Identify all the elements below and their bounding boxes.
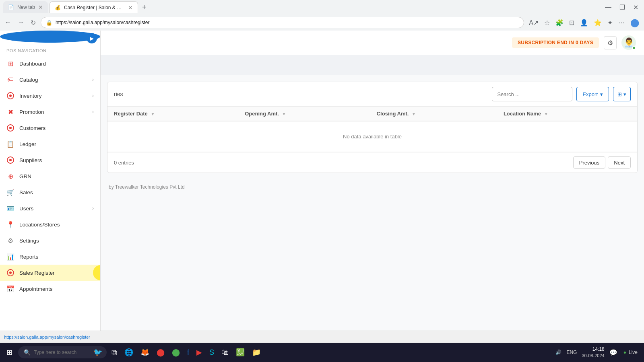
sidebar-item-label: Dashboard	[19, 61, 94, 67]
entries-info: 0 entries	[114, 160, 134, 166]
no-data-row: No data available in table	[107, 121, 637, 152]
page-subtitle: ries	[114, 91, 123, 97]
sidebar-item-suppliers[interactable]: Suppliers	[0, 152, 100, 168]
highlight-bubble	[93, 265, 101, 280]
col-location-name[interactable]: Location Name ▼	[497, 107, 637, 121]
export-button[interactable]: Export ▾	[576, 87, 609, 101]
view-grid-icon: ⊞	[617, 91, 622, 97]
address-lock-icon: 🔒	[46, 20, 52, 26]
col-opening-amt[interactable]: Opening Amt. ▼	[238, 107, 370, 121]
app-container: ▶ POS NAVIGATION ⊞ Dashboard 🏷 Catalog ›…	[0, 31, 644, 343]
chevron-right-icon: ›	[92, 93, 94, 99]
sidebar-item-reports[interactable]: 📊 Reports	[0, 249, 100, 265]
col-label: Location Name	[504, 111, 541, 117]
col-label: Register Date	[114, 111, 148, 117]
sidebar: ▶ POS NAVIGATION ⊞ Dashboard 🏷 Catalog ›…	[0, 31, 101, 343]
avatar: 👨‍💼	[621, 35, 636, 50]
view-toggle-button[interactable]: ⊞ ▾	[613, 87, 631, 101]
tab-newtab[interactable]: 📄 New tab ✕	[3, 1, 48, 13]
sidebar-item-label: Locations/Stores	[19, 222, 94, 228]
sidebar-item-sales[interactable]: 🛒 Sales	[0, 184, 100, 200]
customers-icon	[6, 124, 14, 132]
tab-cashregister[interactable]: 💰 Cash Register | Salon & Spa Man... ✕	[50, 1, 138, 13]
sort-icon: ▼	[412, 112, 416, 116]
next-button[interactable]: Next	[608, 156, 631, 169]
sidebar-item-customers[interactable]: Customers	[0, 120, 100, 136]
sidebar-item-users[interactable]: 🪪 Users ›	[0, 200, 100, 216]
svg-point-7	[9, 272, 12, 274]
appointments-icon: 📅	[6, 285, 14, 293]
back-button[interactable]: ←	[3, 17, 13, 28]
col-label: Opening Amt.	[245, 111, 279, 117]
users-icon: 🪪	[6, 204, 14, 212]
dashboard-icon: ⊞	[6, 60, 14, 68]
table-footer: 0 entries Previous Next	[107, 152, 637, 173]
no-data-message: No data available in table	[107, 121, 637, 152]
sidebar-item-sales-register[interactable]: Sales Register	[0, 265, 100, 281]
tab-close-cashregister[interactable]: ✕	[128, 4, 133, 11]
subscription-badge: SUBSCRIPTION END IN 0 DAYS	[512, 37, 599, 48]
sales-icon: 🛒	[6, 188, 14, 196]
table-body: No data available in table	[107, 121, 637, 152]
browser-toolbar: ← → ↻ 🔒 https://salon.galla.app/mysalon/…	[0, 14, 644, 31]
more-icon[interactable]: ⋯	[617, 17, 626, 28]
chevron-right-icon: ›	[92, 109, 94, 115]
sidebar-item-settings[interactable]: ⚙ Settings	[0, 232, 100, 249]
minimize-button[interactable]: —	[603, 3, 614, 12]
svg-point-3	[9, 127, 12, 129]
address-bar[interactable]: 🔒 https://salon.galla.app/mysalon/cashre…	[41, 17, 524, 28]
col-register-date[interactable]: Register Date ▼	[107, 107, 238, 121]
suppliers-icon	[6, 156, 14, 164]
data-table: Register Date ▼ Opening Amt. ▼ Closing A…	[107, 107, 637, 152]
copilot-icon[interactable]: ✦	[606, 17, 614, 28]
search-input[interactable]	[492, 87, 572, 101]
refresh-button[interactable]: ↻	[29, 17, 37, 28]
browser-tabs: 📄 New tab ✕ 💰 Cash Register | Salon & Sp…	[3, 1, 599, 13]
export-label: Export	[582, 91, 598, 97]
status-url: https://salon.galla.app/mysalon/cashregi…	[4, 335, 90, 339]
new-tab-button[interactable]: +	[140, 2, 149, 12]
locations-icon: 📍	[6, 220, 14, 228]
main-content: SUBSCRIPTION END IN 0 DAYS ⚙ 👨‍💼 ries Ex…	[101, 31, 644, 343]
profile-icon[interactable]: 👤	[578, 17, 590, 28]
sidebar-item-label: Settings	[19, 238, 94, 244]
catalog-icon: 🏷	[6, 76, 14, 84]
table-header: Register Date ▼ Opening Amt. ▼ Closing A…	[107, 107, 637, 121]
top-spacer	[101, 55, 644, 75]
collections-icon[interactable]: ⭐	[592, 17, 603, 28]
sidebar-item-label: Sales Register	[19, 270, 94, 276]
sidebar-toggle-button[interactable]: ▶	[0, 31, 100, 43]
col-closing-amt[interactable]: Closing Amt. ▼	[370, 107, 497, 121]
edge-profile-icon[interactable]: ⬤	[629, 16, 641, 29]
sales-register-icon	[6, 269, 14, 277]
content-header: SUBSCRIPTION END IN 0 DAYS ⚙ 👨‍💼	[101, 31, 644, 55]
promotion-icon: ✖	[6, 108, 14, 116]
forward-button[interactable]: →	[16, 17, 26, 28]
sidebar-item-inventory[interactable]: Inventory ›	[0, 88, 100, 104]
sidebar-icon[interactable]: ⊡	[568, 17, 576, 28]
sidebar-item-locations[interactable]: 📍 Locations/Stores	[0, 216, 100, 232]
header-row: Register Date ▼ Opening Amt. ▼ Closing A…	[107, 107, 637, 121]
sidebar-item-catalog[interactable]: 🏷 Catalog ›	[0, 72, 100, 88]
tab-close-newtab[interactable]: ✕	[38, 4, 43, 10]
tab-label-active: Cash Register | Salon & Spa Man...	[64, 5, 125, 10]
collapse-arrow-icon[interactable]: ▶	[87, 33, 97, 43]
settings-button[interactable]: ⚙	[604, 36, 617, 49]
sidebar-item-appointments[interactable]: 📅 Appointments	[0, 281, 100, 297]
extensions-icon[interactable]: 🧩	[554, 17, 565, 28]
restore-button[interactable]: ❐	[617, 3, 627, 12]
sidebar-item-dashboard[interactable]: ⊞ Dashboard	[0, 56, 100, 72]
settings-icon: ⚙	[6, 237, 14, 245]
sidebar-item-promotion[interactable]: ✖ Promotion ›	[0, 104, 100, 120]
star-icon[interactable]: ☆	[543, 17, 551, 28]
sidebar-item-grn[interactable]: ⊕ GRN	[0, 168, 100, 184]
sidebar-item-ledger[interactable]: 📋 Ledger	[0, 136, 100, 152]
online-indicator	[632, 46, 636, 50]
header-icons: SUBSCRIPTION END IN 0 DAYS ⚙ 👨‍💼	[512, 35, 636, 50]
translate-icon[interactable]: A↗	[527, 17, 540, 28]
close-button[interactable]: ✕	[631, 3, 641, 12]
status-bar: https://salon.galla.app/mysalon/cashregi…	[0, 331, 644, 343]
view-dropdown-icon: ▾	[623, 91, 626, 97]
previous-button[interactable]: Previous	[573, 156, 606, 169]
sidebar-item-label: Catalog	[19, 77, 87, 83]
